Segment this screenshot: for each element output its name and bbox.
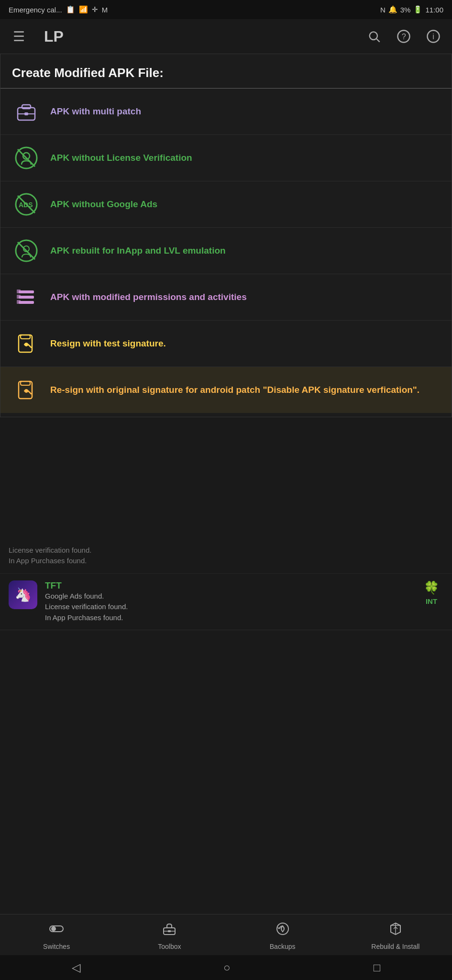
clover-icon-tft: 🍀 (424, 580, 439, 595)
list-item-partial[interactable]: License verification found.In App Purcha… (0, 538, 452, 574)
nav-item-toolbox[interactable]: Toolbox (113, 914, 226, 955)
modal-item-inapp[interactable]: APK rebuilt for InApp and LVL emulation (0, 228, 452, 274)
rebuild-label: Rebuild & Install (371, 943, 419, 950)
status-bar: Emergency cal... 📋 📶 ✛ M N 🔔 3% 🔋 11:00 (0, 0, 452, 19)
hamburger-icon: ☰ (13, 29, 25, 45)
modal-item-perms[interactable]: APK with modified permissions and activi… (0, 274, 452, 321)
inapp-icon (12, 236, 41, 265)
app-icon-tft: 🦄 (9, 580, 37, 609)
menu-button[interactable]: ☰ (9, 26, 29, 46)
svg-rect-24 (17, 300, 21, 304)
svg-rect-19 (19, 290, 34, 293)
nfc-status-icon: N (380, 6, 386, 14)
app-logo: LP (44, 28, 64, 45)
switches-label: Switches (43, 943, 70, 950)
modal-box: Create Modified APK File: APK with multi… (0, 54, 452, 417)
badge-int-tft: INT (426, 597, 437, 605)
modal-item-resign-orig[interactable]: Re-sign with original signature for andr… (0, 367, 452, 413)
svg-point-0 (370, 32, 377, 40)
sys-nav-bar: ◁ ○ □ (0, 955, 452, 980)
search-icon (367, 30, 381, 43)
app-info-tft: TFT Google Ads found.License verificatio… (45, 580, 412, 624)
modal-item-multi-patch[interactable]: APK with multi patch (0, 89, 452, 135)
alarm-icon: 🔔 (388, 5, 397, 14)
app-bar: ☰ LP ? i (0, 19, 452, 54)
list-item-tft[interactable]: 🦄 TFT Google Ads found.License verificat… (0, 574, 452, 631)
carrier-text: Emergency cal... (9, 6, 62, 14)
back-button[interactable]: ◁ (72, 961, 80, 974)
svg-point-32 (51, 926, 56, 931)
status-left: Emergency cal... 📋 📶 ✛ M (9, 5, 108, 14)
svg-text:?: ? (402, 32, 406, 41)
backups-label: Backups (270, 943, 296, 950)
status-right: N 🔔 3% 🔋 11:00 (380, 5, 443, 14)
svg-rect-35 (168, 930, 171, 932)
no-ads-icon: ADS (12, 190, 41, 219)
modal-item-label-perms: APK with modified permissions and activi… (50, 291, 247, 303)
battery-text: 3% (400, 6, 411, 14)
perms-icon (12, 283, 41, 312)
modal-item-label-resign-test: Resign with test signature. (50, 338, 166, 350)
modal-item-label-resign-orig: Re-sign with original signature for andr… (50, 384, 419, 396)
modal-item-no-ads[interactable]: ADS APK without Google Ads (0, 181, 452, 228)
wifi-icon: 📶 (79, 5, 88, 14)
app-name-tft: TFT (45, 580, 412, 591)
app-details-tft: Google Ads found.License verification fo… (45, 591, 412, 624)
nfc-icon: ✛ (92, 5, 98, 14)
nav-item-rebuild[interactable]: Rebuild & Install (339, 914, 452, 955)
modal-title: Create Modified APK File: (0, 54, 452, 89)
toolbox-label: Toolbox (158, 943, 181, 950)
svg-point-30 (25, 390, 28, 392)
modal-item-no-license[interactable]: APK without License Verification (0, 135, 452, 181)
modal-item-label-no-license: APK without License Verification (50, 152, 192, 164)
bottom-nav: Switches Toolbox Backups (0, 914, 452, 955)
charging-icon: 🔋 (413, 5, 422, 14)
time-text: 11:00 (425, 6, 443, 14)
info-button[interactable]: i (423, 26, 443, 46)
sim-icon: 📋 (66, 5, 75, 14)
toolbox-icon (162, 921, 177, 940)
modal-overlay: Create Modified APK File: APK with multi… (0, 54, 452, 417)
nav-item-backups[interactable]: Backups (226, 914, 339, 955)
help-icon: ? (397, 29, 411, 44)
svg-rect-20 (19, 296, 34, 299)
svg-rect-9 (24, 112, 28, 115)
svg-rect-22 (17, 290, 21, 293)
modal-item-label-multi-patch: APK with multi patch (50, 106, 141, 118)
svg-line-11 (18, 149, 35, 167)
modal-item-label-no-ads: APK without Google Ads (50, 199, 157, 211)
nav-item-switches[interactable]: Switches (0, 914, 113, 955)
modal-item-resign-test[interactable]: Resign with test signature. (0, 321, 452, 367)
rebuild-icon (388, 921, 403, 940)
recents-button[interactable]: □ (374, 961, 381, 974)
resign-orig-icon (12, 376, 41, 404)
svg-text:ADS: ADS (19, 201, 33, 209)
modal-item-label-inapp: APK rebuilt for InApp and LVL emulation (50, 245, 226, 257)
app-badge-tft: 🍀 INT (419, 580, 443, 605)
svg-rect-7 (22, 105, 31, 109)
info-icon: i (426, 29, 441, 44)
app-details-partial: License verification found.In App Purcha… (9, 545, 443, 567)
gmail-icon: M (102, 6, 108, 14)
svg-rect-21 (19, 301, 34, 304)
resign-test-icon (12, 329, 41, 358)
briefcase-icon (12, 97, 41, 126)
search-button[interactable] (364, 26, 384, 46)
backups-icon (275, 921, 290, 940)
help-button[interactable]: ? (394, 26, 414, 46)
no-license-icon (12, 144, 41, 172)
switches-icon (49, 921, 64, 940)
svg-text:i: i (432, 32, 434, 41)
app-info-partial: License verification found.In App Purcha… (9, 545, 443, 567)
svg-point-27 (25, 343, 28, 346)
home-button[interactable]: ○ (223, 961, 231, 974)
svg-rect-23 (17, 295, 21, 299)
svg-line-1 (376, 39, 379, 42)
svg-line-17 (18, 242, 35, 259)
